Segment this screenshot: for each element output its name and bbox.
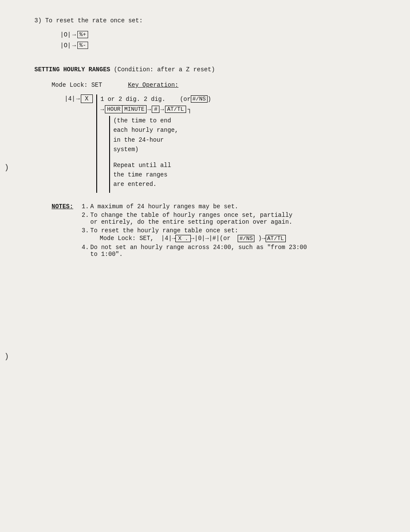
text-block-line4: system): [113, 145, 211, 154]
note-2-text: To change the table of hourly ranges onc…: [90, 212, 292, 225]
notes-row-3-sub: Mode Lock: SET, |4| → X . → |0| → |#| (o…: [100, 235, 384, 242]
setting-header-rest: (Condition: after a Z reset): [110, 66, 215, 73]
note-1-num: 1.: [82, 203, 90, 210]
percent-plus-key: %+: [77, 31, 89, 38]
key-sequence-2: |O| → %-: [60, 42, 384, 49]
repeat-line2: the time ranges: [113, 170, 211, 179]
arrow-1: →: [72, 31, 76, 38]
mode-lock-row: Mode Lock: SET Key Operation:: [52, 82, 384, 88]
hash-ns-box-1: #/NS: [191, 95, 208, 103]
note3sub-modelock: Mode Lock: SET,: [100, 235, 161, 242]
note-2-num: 2.: [82, 212, 90, 219]
note3sub-pipe4: |4|: [161, 235, 172, 242]
repeat-line3: are entered.: [113, 179, 211, 189]
note-3-text: To reset the hourly range table once set…: [90, 227, 238, 234]
branch2-arrow3: →: [160, 106, 164, 113]
percent-minus-key: %-: [77, 42, 89, 49]
branch-2: → HOUR MINUTE → # → AT/TL ┐: [101, 105, 211, 113]
branch2-arrow: →: [101, 106, 104, 113]
branch1-extra: (or: [180, 96, 190, 103]
note-3-num: 3.: [82, 227, 90, 234]
key-operation-label: Key Operation:: [128, 82, 179, 88]
note-4-text: Do not set an hourly range across 24:00,…: [90, 244, 307, 258]
branch1-close: ): [208, 96, 211, 103]
side-paren-2: ): [4, 352, 9, 361]
notes-header: NOTES:: [52, 203, 82, 210]
section-top: 3) To reset the rate once set: |O| → %+ …: [34, 17, 384, 49]
diagram-right-branches: 1 or 2 dig. 2 dig. (or #/NS ) → HOUR MIN…: [96, 94, 211, 193]
branch2-arrow2: →: [147, 106, 151, 113]
branch1-text: 1 or 2 dig. 2 dig.: [101, 96, 180, 103]
note3sub-parclose: )→: [254, 235, 265, 242]
setting-header-bold: SETTING HOURLY RANGES: [34, 66, 110, 73]
branch-1: 1 or 2 dig. 2 dig. (or #/NS ): [101, 94, 211, 103]
note-3-indent: [52, 227, 82, 234]
side-paren-1: ): [4, 163, 9, 172]
key-sequence-1: |O| → %+: [60, 31, 384, 38]
attl-box-1: AT/TL: [165, 106, 186, 113]
note-1-text: A maximum of 24 hourly ranges may be set…: [90, 203, 238, 210]
minute-box: MINUTE: [122, 105, 147, 113]
note3sub-pipehash: |#|: [209, 235, 220, 242]
notes-row-header-1: NOTES: 1. A maximum of 24 hourly ranges …: [52, 203, 384, 210]
note3sub-arrow1: →: [172, 235, 175, 242]
notes-row-3: 3. To reset the hourly range table once …: [52, 227, 384, 234]
note3sub-arrow2: →: [191, 235, 194, 242]
repeat-line1: Repeat until all: [113, 161, 211, 170]
note-4-indent: [52, 244, 82, 251]
note3sub-arrow3: →: [205, 235, 208, 242]
repeat-text: Repeat until all the time ranges are ent…: [113, 161, 211, 189]
hour-box: HOUR: [105, 105, 122, 113]
note3sub-pipe0: |0|: [194, 235, 205, 242]
pipe-4: |4|: [64, 95, 75, 102]
diagram-left: |4| → X: [64, 94, 93, 103]
text-block-line1: (the time to end: [113, 116, 211, 125]
setting-section-header: SETTING HOURLY RANGES (Condition: after …: [34, 66, 384, 73]
arrow-4: →: [76, 95, 80, 102]
hash-box-1: #: [152, 106, 159, 113]
arrow-2: →: [72, 42, 76, 49]
mode-lock-label: Mode Lock: SET: [52, 82, 102, 88]
step3-label: 3) To reset the rate once set:: [34, 17, 384, 24]
page: ) ) 3) To reset the rate once set: |O| →…: [0, 0, 410, 532]
note3sub-paropen: (or: [220, 235, 238, 242]
pipe-o-1: |O|: [60, 31, 71, 38]
notes-row-4: 4. Do not set an hourly range across 24:…: [52, 244, 384, 258]
text-block-line3: in the 24-hour: [113, 135, 211, 145]
note3sub-hashns: #/NS: [238, 235, 254, 242]
note3sub-attl: AT/TL: [266, 235, 286, 242]
text-block-line2: each hourly range,: [113, 125, 211, 135]
text-block: (the time to end each hourly range, in t…: [109, 116, 211, 193]
note-4-num: 4.: [82, 244, 90, 251]
pipe-o-2: |O|: [60, 42, 71, 49]
diagram-row1: |4| → X 1 or 2 dig. 2 dig. (or #/NS ) → …: [64, 94, 384, 193]
notes-section: NOTES: 1. A maximum of 24 hourly ranges …: [52, 203, 384, 258]
x-box: X: [81, 94, 93, 103]
note3sub-xbox: X .: [175, 235, 190, 242]
return-arrow-top: ┐: [188, 106, 192, 113]
main-diagram: |4| → X 1 or 2 dig. 2 dig. (or #/NS ) → …: [64, 94, 384, 193]
note-2-indent: [52, 212, 82, 219]
notes-row-2: 2. To change the table of hourly ranges …: [52, 212, 384, 225]
